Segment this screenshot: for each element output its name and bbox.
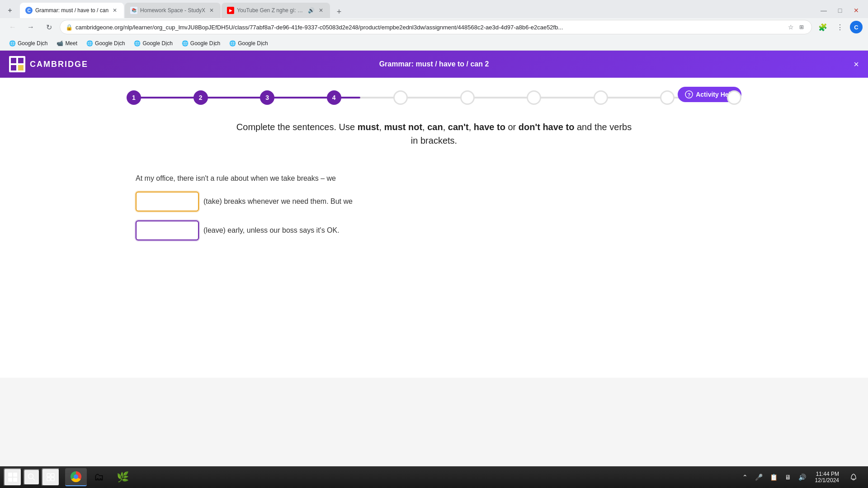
sentence-intro: At my office, there isn't a rule about w…: [136, 174, 741, 183]
bookmark-icon-4: 🌐: [182, 40, 189, 47]
task-view-button[interactable]: [42, 468, 60, 486]
maximize-button[interactable]: □: [834, 4, 846, 17]
svg-rect-12: [51, 478, 54, 481]
step-8[interactable]: [594, 90, 608, 105]
browser-frame: C Grammar: must / have to / can ✕ 📚 Home…: [0, 0, 868, 488]
address-bar[interactable]: 🔒 ☆ ⊞: [60, 20, 812, 34]
tab3-audio-icon: 🔊: [308, 7, 315, 14]
main-content: Complete the sentences. Use must, must n…: [63, 107, 805, 378]
tray-monitor-icon[interactable]: 🖥: [783, 472, 793, 483]
chrome-icon: [71, 471, 81, 482]
fill-row-1: (take) breaks whenever we need them. But…: [136, 192, 741, 211]
progress-section: 1 2 3 4 ?: [63, 78, 805, 107]
forward-button[interactable]: →: [24, 20, 38, 34]
step-10[interactable]: [727, 90, 741, 105]
profile-button[interactable]: C: [850, 21, 863, 33]
tab3-close[interactable]: ✕: [317, 7, 325, 14]
bookmark-label-meet: Meet: [65, 40, 77, 47]
bookmark-icon-5: 🌐: [229, 40, 236, 47]
taskbar-apps: 🗂 🌿: [61, 468, 739, 486]
notification-icon: [849, 473, 858, 481]
answer-input-1[interactable]: [136, 192, 199, 211]
svg-rect-1: [11, 58, 16, 63]
address-bar-row: ← → ↻ 🔒 ☆ ⊞ 🧩 ⋮ C: [0, 18, 868, 36]
step-3[interactable]: 3: [260, 90, 274, 105]
step-9[interactable]: [660, 90, 675, 105]
white-section: 1 2 3 4 ?: [0, 78, 868, 378]
tab2-title: Homework Space - StudyX: [140, 7, 205, 14]
fileexplorer-icon: 🗂: [94, 471, 104, 483]
svg-rect-3: [11, 65, 16, 70]
step-1[interactable]: 1: [127, 90, 141, 105]
answer-input-2[interactable]: [136, 221, 199, 240]
taskbar-coccoc[interactable]: 🌿: [111, 468, 134, 486]
bookmark-label-1: Google Dịch: [18, 40, 47, 47]
bookmarks-bar: 🌐 Google Dịch 📹 Meet 🌐 Google Dịch 🌐 Goo…: [0, 36, 868, 51]
bookmark-google-dich-2[interactable]: 🌐 Google Dịch: [83, 38, 128, 48]
tab-bar-left: [0, 4, 16, 17]
step-4[interactable]: 4: [327, 90, 341, 105]
bookmark-star-icon[interactable]: ☆: [786, 23, 795, 32]
time-display[interactable]: 11:44 PM 12/1/2024: [811, 469, 843, 485]
cambridge-close-button[interactable]: ×: [854, 59, 859, 70]
tabs-container: C Grammar: must / have to / can ✕ 📚 Home…: [16, 3, 817, 18]
tray-volume-icon[interactable]: 🔊: [797, 472, 808, 483]
start-button[interactable]: [4, 468, 22, 486]
svg-rect-11: [47, 478, 50, 481]
taskbar-search-button[interactable]: [24, 469, 40, 485]
svg-rect-4: [18, 65, 24, 70]
bookmark-icon-1: 🌐: [9, 40, 16, 47]
bookmark-google-dich-1[interactable]: 🌐 Google Dịch: [5, 38, 51, 48]
bookmark-google-dich-3[interactable]: 🌐 Google Dịch: [130, 38, 176, 48]
progress-steps: 1 2 3 4: [127, 90, 741, 105]
extensions-button[interactable]: 🧩: [816, 20, 830, 34]
tray-mic-icon[interactable]: 🎤: [753, 472, 764, 483]
tab2-favicon: 📚: [130, 7, 137, 14]
bookmark-meet[interactable]: 📹 Meet: [53, 38, 81, 48]
tab1-favicon: C: [25, 7, 33, 14]
step-6[interactable]: [460, 90, 475, 105]
back-button[interactable]: ←: [5, 20, 20, 34]
taskbar-chrome[interactable]: [65, 468, 87, 486]
cambridge-logo: CAMBRIDGE: [9, 56, 88, 72]
bold-must-not: must not: [384, 122, 422, 132]
notification-button[interactable]: [846, 470, 861, 484]
tray-arrow-icon[interactable]: ⌃: [741, 472, 750, 483]
minimize-button[interactable]: —: [817, 4, 830, 17]
tab-list-button[interactable]: [4, 4, 16, 17]
exercise-area: At my office, there isn't a rule about w…: [127, 174, 741, 240]
fill-row-2: (leave) early, unless our boss says it's…: [136, 221, 741, 240]
address-input[interactable]: [75, 24, 783, 31]
taskbar-fileexplorer[interactable]: 🗂: [89, 468, 109, 486]
svg-rect-10: [51, 474, 54, 477]
cambridge-header-title: Grammar: must / have to / can 2: [379, 60, 489, 68]
bold-have-to: have to: [474, 122, 505, 132]
fill-text-1: (take) breaks whenever we need them. But…: [203, 197, 353, 206]
step-5[interactable]: [393, 90, 408, 105]
cambridge-app: CAMBRIDGE Grammar: must / have to / can …: [0, 51, 868, 488]
bookmark-google-dich-5[interactable]: 🌐 Google Dịch: [226, 38, 271, 48]
step-7[interactable]: [527, 90, 541, 105]
svg-point-7: [28, 474, 33, 479]
bookmark-label-2: Google Dịch: [95, 40, 125, 47]
step-2[interactable]: 2: [193, 90, 208, 105]
reload-button[interactable]: ↻: [42, 20, 56, 34]
tab-bar: C Grammar: must / have to / can ✕ 📚 Home…: [0, 0, 868, 18]
close-window-button[interactable]: ✕: [850, 4, 863, 17]
tab2-close[interactable]: ✕: [208, 7, 215, 14]
more-menu-button[interactable]: ⋮: [833, 20, 847, 34]
cambridge-header: CAMBRIDGE Grammar: must / have to / can …: [0, 51, 868, 78]
tab1-close[interactable]: ✕: [111, 7, 118, 14]
new-tab-button[interactable]: +: [333, 5, 345, 18]
address-icons: ☆ ⊞: [786, 23, 806, 32]
bookmark-google-dich-4[interactable]: 🌐 Google Dịch: [178, 38, 224, 48]
svg-rect-2: [18, 58, 24, 63]
task-view-icon: [46, 473, 55, 482]
cambridge-emblem-icon: [9, 56, 25, 72]
tab-grammar[interactable]: C Grammar: must / have to / can ✕: [20, 3, 124, 18]
tab-youtube[interactable]: ▶ YouTube Gen Z nghe gì: #13 Mùa đ 🔊 ✕: [222, 3, 330, 18]
taskbar-tray: ⌃ 🎤 📋 🖥 🔊 11:44 PM 12/1/2024: [741, 469, 864, 485]
tab-homework[interactable]: 📚 Homework Space - StudyX ✕: [125, 3, 221, 18]
tray-clipboard-icon[interactable]: 📋: [768, 472, 779, 483]
tab-icon[interactable]: ⊞: [797, 23, 806, 32]
